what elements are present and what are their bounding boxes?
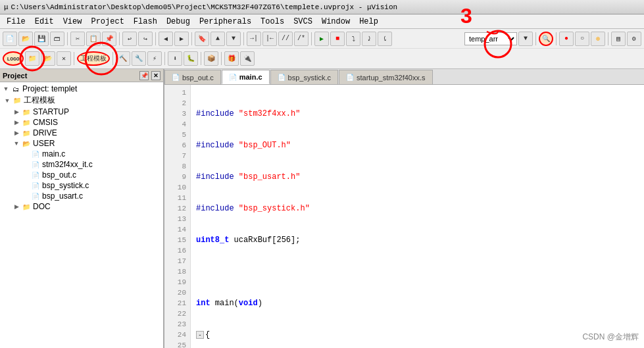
line-num-13: 13 xyxy=(168,214,186,224)
tab-bsp-systick[interactable]: 📄 bsp_systick.c xyxy=(270,70,338,84)
expander-user[interactable]: ▼ xyxy=(12,139,21,148)
component-label-button[interactable]: 工程模板 xyxy=(77,51,110,66)
menu-svcs[interactable]: SVCS xyxy=(289,16,316,28)
expander-root[interactable]: ▼ xyxy=(1,84,11,93)
menu-project[interactable]: Project xyxy=(87,16,128,28)
tree-item-root[interactable]: ▼ 🗂 Project: templet xyxy=(0,84,163,94)
nav-back-button[interactable]: ◀ xyxy=(159,32,173,46)
expander-spacer1 xyxy=(21,149,30,159)
target-dropdown[interactable]: temp_arr xyxy=(464,32,517,45)
nav-fwd-button[interactable]: ▶ xyxy=(174,32,189,46)
bookmark-button[interactable]: 🔖 xyxy=(195,32,209,46)
tree-item-bsp-sys[interactable]: 📄 bsp_systick.c xyxy=(0,180,163,191)
breakpoint-button[interactable]: ● xyxy=(559,32,574,46)
menu-peripherals[interactable]: Peripherals xyxy=(195,16,255,28)
expander-cmsis[interactable]: ▶ xyxy=(12,118,21,127)
tab-bar: 📄 bsp_out.c 📄 main.c 📄 bsp_systick.c 📄 s… xyxy=(164,69,644,85)
tree-item-main-c[interactable]: 📄 main.c xyxy=(0,149,163,159)
tree-item-bsp-out[interactable]: 📄 bsp_out.c xyxy=(0,170,163,180)
line-num-19: 19 xyxy=(168,277,186,287)
run-button[interactable]: ▶ xyxy=(314,32,329,46)
new-file-button[interactable]: 📄 xyxy=(3,32,17,46)
logo-button[interactable]: LOGO xyxy=(3,51,24,66)
app-window: μ C:\Users\Administrator\Desktop\demo05\… xyxy=(0,0,644,348)
close-project-button[interactable]: ✕ xyxy=(57,51,71,66)
expander-startup[interactable]: ▶ xyxy=(12,107,21,116)
toggle-bp-button[interactable]: ○ xyxy=(575,32,589,46)
code-editor[interactable]: 1 2 3 4 5 6 7 8 9 10 11 12 13 14 15 16 1 xyxy=(164,85,644,348)
menu-view[interactable]: View xyxy=(59,16,86,28)
tree-label-bsp-out: bsp_out.c xyxy=(42,170,76,180)
menu-tools[interactable]: Tools xyxy=(257,16,288,28)
new-project-button[interactable]: 📁 xyxy=(25,51,39,66)
comment-button[interactable]: // xyxy=(278,32,293,46)
separator10 xyxy=(74,52,74,65)
expander-gong[interactable]: ▼ xyxy=(3,96,12,105)
tree-item-bsp-uart[interactable]: 📄 bsp_usart.c xyxy=(0,191,163,201)
dropdown-btn[interactable]: ▼ xyxy=(518,32,533,46)
tree-item-drive[interactable]: ▶ 📁 DRIVE xyxy=(0,128,163,138)
app-icon: μ xyxy=(4,3,9,11)
component-btn2[interactable]: ▤ xyxy=(611,32,626,46)
tree-item-gong[interactable]: ▼ 📁 工程模板 xyxy=(0,94,163,107)
menu-debug[interactable]: Debug xyxy=(162,16,194,28)
cut-button[interactable]: ✂ xyxy=(70,32,85,46)
tab-main[interactable]: 📄 main.c xyxy=(222,70,270,84)
rebuild-button[interactable]: 🔧 xyxy=(132,51,146,66)
extensions-button[interactable]: 🔌 xyxy=(240,51,255,66)
redo-button[interactable]: ↪ xyxy=(138,32,153,46)
option-btn[interactable]: ⚙ xyxy=(627,32,641,46)
batch-build-button[interactable]: ⚡ xyxy=(147,51,162,66)
line-num-25: 25 xyxy=(168,340,186,348)
step-out-button[interactable]: ⤹ xyxy=(378,32,392,46)
close-panel-button[interactable]: ✕ xyxy=(151,71,161,80)
uncomment-button[interactable]: /* xyxy=(294,32,309,46)
pin-panel-button[interactable]: 📌 xyxy=(139,71,149,80)
expander-drive[interactable]: ▶ xyxy=(12,128,21,137)
component-label: 工程模板 xyxy=(80,54,107,63)
separator2 xyxy=(119,32,120,45)
undo-button[interactable]: ↩ xyxy=(122,32,137,46)
tab-startup[interactable]: 📄 startup_stm32f40xx.s xyxy=(339,70,433,84)
code-line-8: -{ xyxy=(196,330,639,340)
download-button[interactable]: ⬇ xyxy=(168,51,182,66)
clear-bp-button[interactable]: ⊗ xyxy=(591,32,605,46)
line-num-5: 5 xyxy=(168,130,186,140)
manage-rte-button[interactable]: 📦 xyxy=(204,51,218,66)
tree-item-startup[interactable]: ▶ 📁 STARTUP xyxy=(0,107,163,117)
open-file-button[interactable]: 📂 xyxy=(18,32,33,46)
dedent-button[interactable]: |← xyxy=(262,32,277,46)
open-project-button[interactable]: 📂 xyxy=(41,51,55,66)
menu-file[interactable]: File xyxy=(3,16,30,28)
step-over-button[interactable]: ⤸ xyxy=(362,32,376,46)
menu-edit[interactable]: Edit xyxy=(31,16,58,28)
pack-installer-button[interactable]: 🎁 xyxy=(224,51,239,66)
copy-button[interactable]: 📋 xyxy=(86,32,101,46)
folder-icon-user: 📂 xyxy=(21,139,32,148)
find-button[interactable]: 🔍 xyxy=(539,32,553,46)
save-button[interactable]: 💾 xyxy=(34,32,49,46)
prev-bookmark-button[interactable]: ▲ xyxy=(211,32,225,46)
build-button[interactable]: 🔨 xyxy=(116,51,130,66)
line-num-10: 10 xyxy=(168,182,186,193)
tree-item-doc[interactable]: ▶ 📁 DOC xyxy=(0,201,163,212)
paste-button[interactable]: 📌 xyxy=(102,32,116,46)
menu-flash[interactable]: Flash xyxy=(130,16,161,28)
tree-item-user[interactable]: ▼ 📂 USER xyxy=(0,138,163,149)
save-all-button[interactable]: 🗃 xyxy=(50,32,64,46)
fold-marker-8[interactable]: - xyxy=(196,331,204,339)
step-button[interactable]: ⤵ xyxy=(346,32,360,46)
next-bookmark-button[interactable]: ▼ xyxy=(226,32,241,46)
stop-button[interactable]: ■ xyxy=(330,32,345,46)
debug-start-button[interactable]: 🐛 xyxy=(184,51,198,66)
indent-button[interactable]: →| xyxy=(247,32,261,46)
code-content[interactable]: #include "stm32f4xx.h" #include "bsp_OUT… xyxy=(191,85,644,348)
tree-item-stm32[interactable]: 📄 stm32f4xx_it.c xyxy=(0,159,163,170)
line-num-14: 14 xyxy=(168,224,186,235)
expander-doc[interactable]: ▶ xyxy=(12,202,21,211)
project-tree: ▼ 🗂 Project: templet ▼ 📁 工程模板 ▶ 📁 STARTU… xyxy=(0,82,163,348)
menu-window[interactable]: Window xyxy=(318,16,354,28)
tab-bsp-out[interactable]: 📄 bsp_out.c xyxy=(164,70,221,84)
tree-item-cmsis[interactable]: ▶ 📁 CMSIS xyxy=(0,117,163,128)
menu-help[interactable]: Help xyxy=(355,16,382,28)
